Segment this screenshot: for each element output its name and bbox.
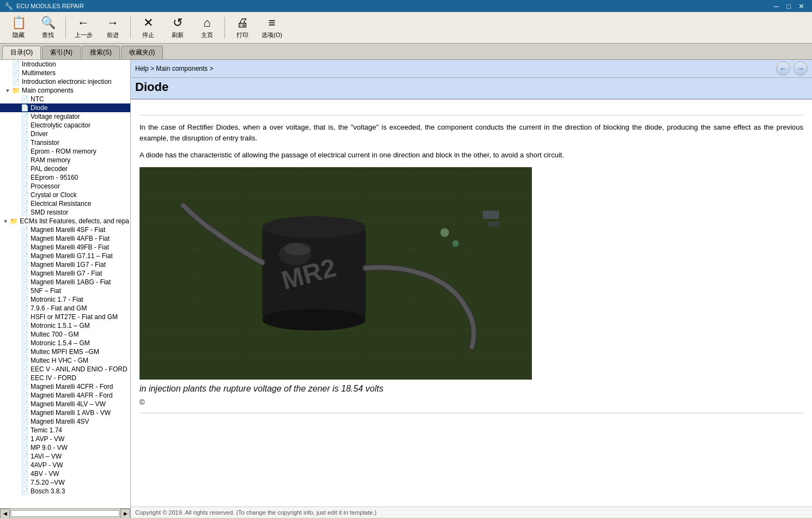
sidebar-item-magneti-4cfr[interactable]: 📄Magneti Marelli 4CFR - Ford bbox=[0, 382, 130, 391]
sidebar-item-7520-vw[interactable]: 📄7.5.20 –VW bbox=[0, 478, 130, 487]
sidebar-item-motronic-17[interactable]: 📄Motronic 1.7 - Fiat bbox=[0, 295, 130, 304]
sidebar-item-multec-mpfi[interactable]: 📄Multec MPFI EMS –GM bbox=[0, 347, 130, 356]
sidebar-item-pal-decoder[interactable]: 📄PAL decoder bbox=[0, 164, 130, 173]
sidebar-item-multimeters[interactable]: 📄Multimeters bbox=[0, 69, 130, 77]
app-icon: 🔧 bbox=[4, 2, 13, 10]
nav-back-button[interactable]: ← bbox=[776, 62, 790, 76]
sidebar-item-magneti-4sv[interactable]: 📄Magneti Marelli 4SV bbox=[0, 417, 130, 426]
sidebar-item-diode[interactable]: 📄Diode bbox=[0, 103, 130, 112]
sidebar-item-motronic-154[interactable]: 📄Motronic 1.5.4 – GM bbox=[0, 339, 130, 347]
tree-icon-transistor: 📄 bbox=[21, 139, 29, 146]
sidebar-item-mp90-vw[interactable]: 📄MP 9.0 - VW bbox=[0, 443, 130, 452]
sidebar-item-eeprom-95160[interactable]: 📄EEprom - 95160 bbox=[0, 173, 130, 182]
sidebar-item-introduction[interactable]: 📄Introduction bbox=[0, 60, 130, 69]
search-button[interactable]: 🔍 查找 bbox=[34, 14, 62, 41]
sidebar-item-motronic-151[interactable]: 📄Motronic 1.5.1 – GM bbox=[0, 321, 130, 330]
sidebar-item-magneti-1avb[interactable]: 📄Magneti Marelli 1 AVB - VW bbox=[0, 408, 130, 417]
sidebar-item-magneti-1abg[interactable]: 📄Magneti Marelli 1ABG - Fiat bbox=[0, 278, 130, 286]
tree-icon-voltage-regulator: 📄 bbox=[21, 113, 29, 120]
options-button[interactable]: ≡ 选项(O) bbox=[258, 14, 286, 41]
hide-button[interactable]: 📋 隐藏 bbox=[4, 14, 33, 41]
sidebar-item-multec-700[interactable]: 📄Multec 700 - GM bbox=[0, 330, 130, 339]
sidebar-item-eec-v[interactable]: 📄EEC V - ANIL AND ENIO - FORD bbox=[0, 365, 130, 374]
content-paragraph-1: In the case of Rectifier Diodes, when a … bbox=[140, 122, 803, 143]
sidebar-item-1avl-vw[interactable]: 📄1AVl – VW bbox=[0, 452, 130, 461]
sidebar-item-electrolytic-cap[interactable]: 📄Electrolytic capacitor bbox=[0, 121, 130, 130]
sidebar-item-motronic-796[interactable]: 📄7.9.6 - Fiat and GM bbox=[0, 304, 130, 313]
sidebar-item-hsfi[interactable]: 📄HSFI or MT27E - Fiat and GM bbox=[0, 313, 130, 321]
tree-toggle-main-components[interactable]: ▼ bbox=[3, 88, 12, 94]
stop-button[interactable]: ✕ 停止 bbox=[134, 14, 162, 41]
sidebar-item-magneti-4lv[interactable]: 📄Magneti Marelli 4LV – VW bbox=[0, 400, 130, 408]
tree-label-ecms-list: ECMs list Features, defects, and repa bbox=[20, 217, 129, 225]
tree-toggle-ecms-list[interactable]: ▼ bbox=[1, 218, 10, 224]
sidebar-item-ram-memory[interactable]: 📄RAM memory bbox=[0, 156, 130, 164]
sidebar-item-transistor[interactable]: 📄Transistor bbox=[0, 138, 130, 147]
home-button[interactable]: ⌂ 主页 bbox=[193, 14, 221, 41]
sidebar-item-processor[interactable]: 📄Processor bbox=[0, 182, 130, 191]
tree-label-processor: Processor bbox=[31, 182, 60, 190]
tree-label-temic-174: Temic 1.74 bbox=[31, 426, 62, 434]
tree-icon-multec-hvhc: 📄 bbox=[21, 357, 29, 364]
sidebar-item-magneti-4afr[interactable]: 📄Magneti Marelli 4AFR - Ford bbox=[0, 391, 130, 400]
tree-label-bosch-383: Bosch 3.8.3 bbox=[31, 487, 65, 495]
back-button[interactable]: ← 上一步 bbox=[69, 14, 98, 41]
scroll-right-btn[interactable]: ▶ bbox=[120, 509, 130, 518]
sidebar-item-magneti-1g7[interactable]: 📄Magneti Marelli 1G7 - Fiat bbox=[0, 260, 130, 269]
sidebar-item-eprom-rom[interactable]: 📄Eprom - ROM memory bbox=[0, 147, 130, 156]
sidebar-item-ntc[interactable]: 📄NTC bbox=[0, 95, 130, 103]
sidebar-item-5nf-fiat[interactable]: 📄5NF – Fiat bbox=[0, 286, 130, 295]
sidebar-item-temic-174[interactable]: 📄Temic 1.74 bbox=[0, 426, 130, 435]
tab-index[interactable]: 索引(N) bbox=[42, 46, 81, 59]
sidebar-item-eec-iv[interactable]: 📄EEC IV - FORD bbox=[0, 374, 130, 382]
sidebar-item-ecms-list[interactable]: ▼📁ECMs list Features, defects, and repa bbox=[0, 217, 130, 225]
sidebar-item-magneti-g711[interactable]: 📄Magneti Marelli G7.11 – Fiat bbox=[0, 252, 130, 260]
maximize-button[interactable]: □ bbox=[783, 1, 794, 11]
sidebar-item-avp-1[interactable]: 📄1 AVP - VW bbox=[0, 435, 130, 443]
tree-label-magneti-49fb: Magneti Marelli 49FB - Fiat bbox=[31, 243, 109, 251]
minimize-button[interactable]: ─ bbox=[771, 1, 782, 11]
tab-toc[interactable]: 目录(O) bbox=[2, 46, 41, 59]
close-button[interactable]: ✕ bbox=[795, 1, 808, 11]
print-button[interactable]: 🖨 打印 bbox=[228, 14, 257, 41]
sidebar-scroll[interactable]: 📄Introduction📄Multimeters📄Introduction e… bbox=[0, 60, 130, 508]
title-bar: 🔧 ECU MODULES REPAIR ─ □ ✕ bbox=[0, 0, 812, 12]
tab-search[interactable]: 搜索(S) bbox=[82, 46, 120, 59]
tree-icon-1avl-vw: 📄 bbox=[21, 453, 29, 460]
tab-favorites[interactable]: 收藏夹(I) bbox=[121, 46, 163, 59]
scroll-left-btn[interactable]: ◀ bbox=[0, 509, 10, 518]
print-label: 打印 bbox=[237, 31, 249, 39]
tree-label-ram-memory: RAM memory bbox=[31, 156, 70, 164]
sidebar-item-4bv-vw[interactable]: 📄4BV - VW bbox=[0, 469, 130, 478]
sidebar-item-magneti-4sf[interactable]: 📄Magneti Marelli 4SF - Fiat bbox=[0, 225, 130, 234]
sidebar-item-electrical-resistance[interactable]: 📄Electrical Resistance bbox=[0, 199, 130, 208]
tree-label-magneti-4afr: Magneti Marelli 4AFR - Ford bbox=[31, 392, 113, 399]
tree-icon-magneti-1abg: 📄 bbox=[21, 278, 29, 286]
tree-label-magneti-g711: Magneti Marelli G7.11 – Fiat bbox=[31, 252, 113, 260]
tree-label-motronic-151: Motronic 1.5.1 – GM bbox=[31, 322, 90, 329]
tree-label-pal-decoder: PAL decoder bbox=[31, 165, 68, 173]
options-label: 选项(O) bbox=[262, 31, 282, 39]
sidebar-item-main-components[interactable]: ▼📁Main components bbox=[0, 86, 130, 95]
sidebar-item-magneti-4afb[interactable]: 📄Magneti Marelli 4AFB - Fiat bbox=[0, 234, 130, 243]
tree-icon-eec-v: 📄 bbox=[21, 365, 29, 373]
diode-image: MR2 bbox=[140, 167, 532, 380]
tree-icon-intro-electronic: 📄 bbox=[12, 78, 20, 86]
content-scroll[interactable]: In the case of Rectifier Diodes, when a … bbox=[131, 100, 812, 506]
toolbar: 📋 隐藏 🔍 查找 ← 上一步 → 前进 ✕ 停止 ↺ 刷新 ⌂ 主页 🖨 打印… bbox=[0, 12, 812, 44]
sidebar-item-voltage-regulator[interactable]: 📄Voltage regulator bbox=[0, 112, 130, 121]
sidebar-item-bosch-383[interactable]: 📄Bosch 3.8.3 bbox=[0, 487, 130, 496]
sidebar-item-magneti-49fb[interactable]: 📄Magneti Marelli 49FB - Fiat bbox=[0, 243, 130, 252]
sidebar-item-magneti-g7[interactable]: 📄Magneti Marelli G7 - Fiat bbox=[0, 269, 130, 278]
svg-point-21 bbox=[452, 240, 459, 247]
sidebar-item-smd-resistor[interactable]: 📄SMD resistor bbox=[0, 208, 130, 217]
tree-icon-multimeters: 📄 bbox=[12, 69, 20, 77]
sidebar-item-intro-electronic[interactable]: 📄Introduction electronic injection bbox=[0, 77, 130, 86]
nav-forward-button[interactable]: → bbox=[793, 62, 808, 76]
forward-button[interactable]: → 前进 bbox=[99, 14, 127, 41]
refresh-button[interactable]: ↺ 刷新 bbox=[163, 14, 192, 41]
sidebar-item-multec-hvhc[interactable]: 📄Multec H VHC - GM bbox=[0, 356, 130, 365]
sidebar-item-crystal-clock[interactable]: 📄Crystal or Clock bbox=[0, 191, 130, 199]
sidebar-item-4avp-vw[interactable]: 📄4AVP - VW bbox=[0, 461, 130, 469]
sidebar-item-driver[interactable]: 📄Driver bbox=[0, 130, 130, 138]
